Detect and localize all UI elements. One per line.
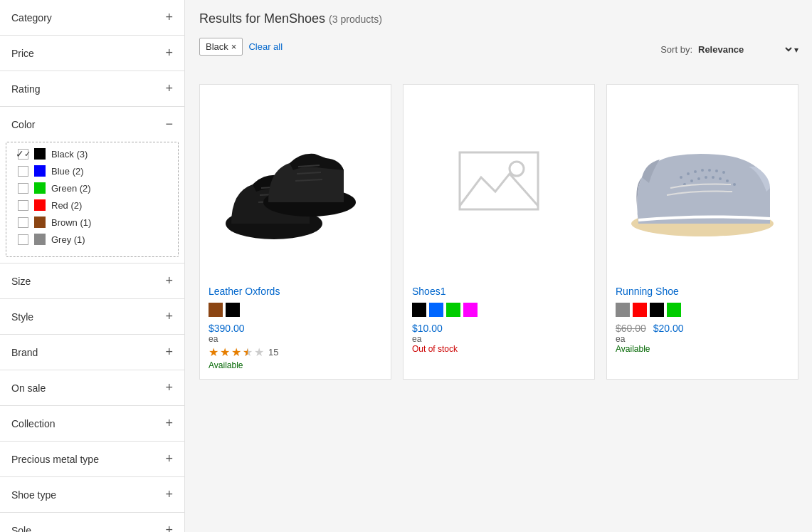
running-shoe-svg [624,120,781,241]
color-label-black: Black (3) [51,149,88,160]
review-count-leather-oxfords: 15 [268,347,278,358]
filter-section-style: Style + [0,299,184,335]
star-5: ★ [254,345,264,359]
color-option-red[interactable]: Red (2) [18,197,167,214]
svg-point-25 [733,183,736,186]
color-label-blue: Blue (2) [51,166,84,177]
swatch-red-rs[interactable] [633,303,647,317]
svg-point-22 [712,176,715,179]
sole-expand-icon: + [165,523,173,532]
product-swatches-leather-oxfords [209,303,382,317]
color-option-green[interactable]: Green (2) [18,179,167,197]
product-stock-running-shoe: Available [616,344,789,354]
color-checkbox-blue[interactable] [18,166,28,177]
filter-section-brand: Brand + [0,335,184,370]
svg-point-17 [722,171,725,174]
filter-header-price[interactable]: Price + [0,36,184,71]
product-unit-leather-oxfords: ea [209,334,382,344]
sort-label: Sort by: [660,44,692,55]
product-image-shoes1 [404,85,594,277]
price-expand-icon: + [165,46,173,61]
clear-all-button[interactable]: Clear all [248,41,283,52]
color-label-red: Red (2) [51,200,82,211]
svg-point-9 [510,162,524,176]
filter-label-color: Color [11,119,35,130]
color-label-green: Green (2) [51,183,91,194]
filter-header-brand[interactable]: Brand + [0,335,184,370]
sort-select[interactable]: Relevance Price: Low to High Price: High… [692,42,794,57]
filter-label-price: Price [11,48,34,59]
color-option-grey[interactable]: Grey (1) [18,231,167,248]
filter-section-preciousmetal: Precious metal type + [0,442,184,477]
color-checkbox-green[interactable] [18,183,28,194]
product-name-shoes1[interactable]: Shoes1 [412,286,586,297]
sort-dropdown-icon: ▾ [794,45,798,55]
filter-header-shoetype[interactable]: Shoe type + [0,477,184,512]
filter-section-sole: Sole + [0,513,184,532]
product-price-leather-oxfords: $390.00 [209,323,382,334]
star-4-half: ★★ [243,345,253,359]
filter-header-onsale[interactable]: On sale + [0,370,184,405]
filter-section-rating: Rating + [0,71,184,107]
active-filter-remove-black[interactable]: × [231,41,237,52]
color-swatch-red [34,199,46,211]
category-expand-icon: + [165,10,173,25]
filter-header-color[interactable]: Color − [0,107,184,142]
onsale-expand-icon: + [165,380,173,395]
swatch-green-s1[interactable] [446,303,460,317]
filter-header-preciousmetal[interactable]: Precious metal type + [0,442,184,476]
swatch-black[interactable] [226,303,240,317]
product-name-running-shoe[interactable]: Running Shoe [616,286,789,297]
sale-price-running-shoe: $20.00 [653,323,684,334]
results-count: (3 products) [329,14,382,25]
sidebar: Category + Price + Rating + Color − [0,0,185,532]
swatch-brown[interactable] [209,303,223,317]
svg-point-24 [726,179,729,182]
size-expand-icon: + [165,273,173,288]
color-collapse-icon: − [165,117,173,132]
filter-header-style[interactable]: Style + [0,299,184,334]
filter-label-sole: Sole [11,525,31,533]
svg-point-15 [708,169,711,172]
filter-header-rating[interactable]: Rating + [0,71,184,106]
svg-point-12 [687,172,690,175]
swatch-black-rs[interactable] [650,303,664,317]
color-checkbox-brown[interactable] [18,217,28,228]
filter-section-price: Price + [0,36,184,71]
filter-header-size[interactable]: Size + [0,264,184,298]
color-checkbox-red[interactable] [18,200,28,211]
filter-section-category: Category + [0,0,184,36]
swatch-green-rs[interactable] [667,303,681,317]
collection-expand-icon: + [165,416,173,431]
product-name-leather-oxfords[interactable]: Leather Oxfords [209,286,382,297]
swatch-blue-s1[interactable] [429,303,443,317]
filter-label-size: Size [11,276,31,287]
product-swatches-shoes1 [412,303,586,317]
filter-section-shoetype: Shoe type + [0,477,184,513]
color-option-blue[interactable]: Blue (2) [18,162,167,179]
color-checkbox-grey[interactable] [18,234,28,245]
filter-header-category[interactable]: Category + [0,0,184,35]
product-unit-running-shoe: ea [616,334,789,344]
color-checkbox-black[interactable]: ✓ [18,149,28,160]
svg-point-13 [694,170,697,173]
active-filter-black[interactable]: Black × [199,38,243,56]
product-info-leather-oxfords: Leather Oxfords $390.00 ea ★ ★ ★ ★★ ★ [200,277,391,379]
filter-header-collection[interactable]: Collection + [0,406,184,441]
swatch-grey-rs[interactable] [616,303,630,317]
preciousmetal-expand-icon: + [165,452,173,466]
filter-header-sole[interactable]: Sole + [0,513,184,532]
original-price-running-shoe: $60.00 [616,323,646,334]
star-1: ★ [209,345,218,359]
active-filter-label-black: Black [206,41,228,52]
swatch-magenta-s1[interactable] [463,303,478,317]
rating-expand-icon: + [165,81,173,96]
color-option-brown[interactable]: Brown (1) [18,214,167,231]
filter-section-color: Color − ✓ Black (3) Blue (2) [0,107,184,264]
color-swatch-green [34,182,46,194]
color-option-black[interactable]: ✓ Black (3) [18,145,167,162]
oxford-shoe-svg [217,110,374,252]
swatch-black-s1[interactable] [412,303,426,317]
product-price-shoes1: $10.00 [412,323,586,334]
style-expand-icon: + [165,309,173,324]
